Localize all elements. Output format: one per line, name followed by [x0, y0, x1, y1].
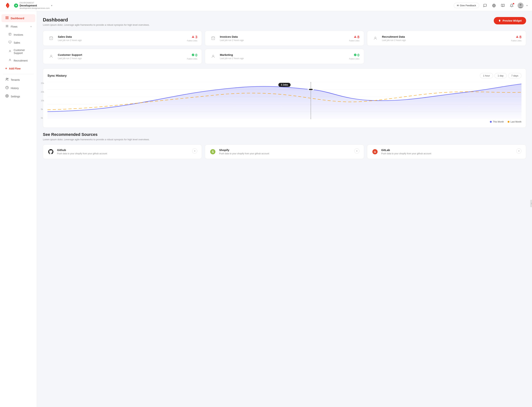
environment-selector[interactable]: ENVIRONMENT Development development.desi…	[14, 2, 52, 9]
y-label-5k: 5k	[41, 108, 44, 110]
legend-this-month: This Month	[490, 120, 504, 123]
svg-point-38	[517, 37, 517, 37]
failed-label: Failed Jobs	[511, 39, 522, 42]
data-card-sales-data[interactable]: Sales Data Last job run 2 hours ago 3 Fa…	[43, 31, 202, 46]
source-desc: Push data to your shopify from your gith…	[381, 152, 513, 155]
source-card-gitlab[interactable]: G GitLab Push data to your shopify from …	[367, 145, 526, 159]
svg-point-17	[9, 50, 10, 51]
svg-point-42	[354, 54, 356, 56]
time-filter-7-days[interactable]: 7 days	[508, 73, 522, 78]
y-label-25k: 25k	[41, 82, 44, 84]
count-value: 8	[357, 35, 360, 39]
sales-icon	[8, 41, 12, 45]
legend-last-month: Last Month	[508, 120, 522, 123]
svg-point-40	[192, 54, 194, 56]
svg-point-34	[355, 37, 355, 37]
add-flow-button[interactable]: + Add Flow	[1, 65, 35, 72]
preview-widget-button[interactable]: Preview Widget	[494, 17, 526, 24]
card-stats: 8 Failed Jobs	[511, 35, 522, 42]
source-add-button[interactable]: +	[192, 149, 197, 154]
count-value: 0	[357, 53, 360, 57]
book-icon-button[interactable]	[500, 3, 506, 8]
source-add-button[interactable]: +	[354, 149, 360, 154]
sidebar-item-history[interactable]: History	[1, 84, 35, 92]
time-filter-1-hour[interactable]: 1 hour	[480, 73, 493, 78]
app-logo[interactable]	[4, 2, 11, 9]
time-filter-1-day[interactable]: 1 day	[494, 73, 507, 78]
check-circle-icon	[354, 53, 357, 57]
env-name: Development	[20, 4, 50, 7]
failed-count: 8	[354, 35, 360, 39]
svg-rect-30	[212, 37, 215, 40]
svg-rect-11	[9, 33, 11, 35]
failed-count: 3	[192, 35, 197, 39]
card-icon	[209, 53, 217, 60]
chevron-down-icon: ▾	[51, 4, 52, 7]
data-card-marketing[interactable]: Marketing Last job run 2 hours ago 0 Fai…	[205, 49, 364, 64]
flows-chevron-icon: ▾	[31, 25, 31, 28]
data-card-invoices-data[interactable]: Invoices Data Last job run 2 hours ago 8…	[205, 31, 364, 46]
last-month-dot	[508, 121, 509, 123]
sidebar-item-settings[interactable]: Settings	[1, 92, 35, 100]
svg-rect-6	[8, 18, 8, 19]
user-chevron-icon[interactable]: ▾	[526, 4, 528, 7]
card-title: Invoices Data	[220, 35, 346, 38]
sidebar-item-customer-support[interactable]: Customer Support	[1, 47, 35, 56]
y-label-20k: 20k	[41, 91, 44, 93]
sidebar-recruitment-label: Recruitment	[14, 59, 31, 62]
sidebar-divider	[3, 74, 34, 74]
failed-count: 0	[192, 53, 197, 57]
sidebar-item-flows[interactable]: Flows ▾	[1, 23, 35, 31]
svg-point-3	[520, 4, 522, 6]
time-filters: 1 hour1 day7 days	[480, 73, 522, 78]
card-stats: 8 Failed Jobs	[349, 35, 359, 42]
card-info: Customer Support Last job run 2 hours ag…	[58, 53, 184, 60]
sidebar: Dashboard Flows ▾ Invoices	[0, 11, 37, 407]
source-add-button[interactable]: +	[516, 149, 522, 154]
source-card-github[interactable]: Github Push data to your shopify from yo…	[43, 145, 202, 159]
card-stats: 0 Failed Jobs	[349, 53, 359, 60]
data-cards-grid: Sales Data Last job run 2 hours ago 3 Fa…	[43, 31, 526, 64]
data-card-recruitment-data[interactable]: Recruitment Data Last job run 2 hours ag…	[367, 31, 526, 46]
sidebar-item-recruitment[interactable]: Recruitment	[1, 57, 35, 64]
source-info: GitLab Push data to your shopify from yo…	[381, 149, 513, 155]
customer-support-icon	[8, 50, 12, 54]
svg-point-18	[9, 59, 10, 60]
data-card-customer-support[interactable]: Customer Support Last job run 2 hours ag…	[43, 49, 202, 64]
source-info: Github Push data to your shopify from yo…	[57, 149, 189, 155]
chart-legend: This Month Last Month	[47, 120, 522, 123]
sidebar-item-invoices[interactable]: Invoices	[1, 31, 35, 39]
card-icon	[209, 35, 217, 42]
this-month-dot	[490, 121, 492, 123]
chat-icon-button[interactable]	[482, 3, 488, 8]
user-avatar[interactable]	[517, 3, 524, 8]
card-stats: 3 Failed Jobs	[187, 35, 197, 42]
sidebar-item-dashboard[interactable]: Dashboard	[1, 14, 35, 22]
svg-text:G: G	[374, 150, 376, 153]
svg-point-29	[193, 37, 193, 37]
source-icon-gitlab: G	[372, 149, 378, 155]
section-subtitle: Lorem ipsum dolor, Leverage agile framew…	[43, 138, 526, 141]
flows-icon	[5, 24, 9, 29]
give-feedback-label: Give Feedback	[460, 4, 476, 7]
page-subtitle: Lorem ipsum dolor, Leverage agile framew…	[43, 23, 150, 26]
svg-point-49	[308, 88, 314, 90]
sidebar-item-tenants[interactable]: Tenants	[1, 76, 35, 84]
svg-point-19	[6, 78, 7, 79]
source-card-shopify[interactable]: S Shopify Push data to your shopify from…	[205, 145, 364, 159]
svg-point-39	[50, 55, 52, 56]
env-text: ENVIRONMENT Development development.desi…	[20, 2, 50, 9]
sync-history-title: Sync History	[47, 74, 67, 78]
check-circle-icon	[192, 53, 194, 57]
globe-icon-button[interactable]	[491, 3, 497, 8]
env-label: ENVIRONMENT	[20, 2, 50, 4]
svg-point-35	[375, 37, 376, 38]
sidebar-item-sales[interactable]: Sales	[1, 39, 35, 46]
card-title: Customer Support	[58, 53, 184, 56]
main-content: Dashboard Lorem ipsum dolor, Leverage ag…	[37, 11, 532, 407]
give-feedback-button[interactable]: ✉ Give Feedback	[454, 3, 479, 8]
tooltip-label: 3 Jobs	[278, 83, 291, 87]
source-info: Shopify Push data to your shopify from y…	[219, 149, 351, 155]
notification-icon-button[interactable]	[509, 3, 515, 8]
sidebar-invoices-label: Invoices	[14, 33, 31, 36]
